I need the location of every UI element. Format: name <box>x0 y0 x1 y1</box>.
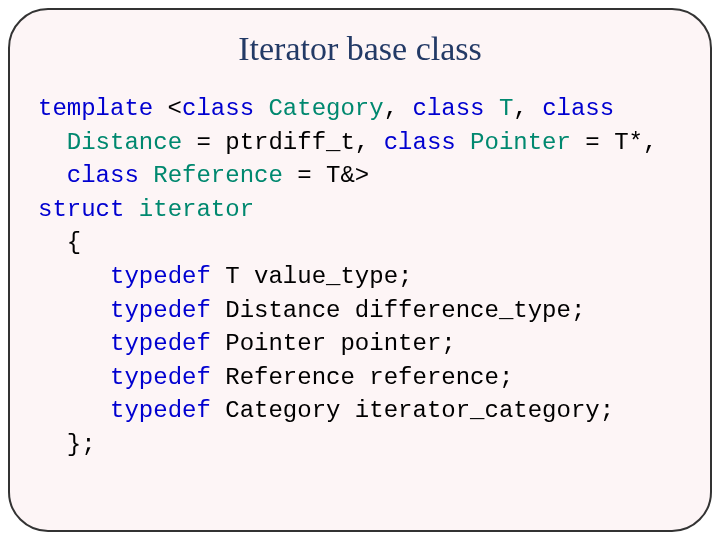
type-category: Category <box>268 95 383 122</box>
sym: , <box>513 95 542 122</box>
kw-struct: struct <box>38 196 124 223</box>
type-distance: Distance <box>67 129 182 156</box>
typedef-line: T value_type; <box>211 263 413 290</box>
type-pointer: Pointer <box>470 129 571 156</box>
kw-class: class <box>412 95 484 122</box>
kw-typedef: typedef <box>110 364 211 391</box>
kw-class: class <box>182 95 254 122</box>
sym: , <box>384 95 413 122</box>
typedef-line: Category iterator_category; <box>211 397 614 424</box>
slide-frame: Iterator base class template <class Cate… <box>8 8 712 532</box>
typedef-line: Distance difference_type; <box>211 297 585 324</box>
kw-typedef: typedef <box>110 330 211 357</box>
type-reference: Reference <box>153 162 283 189</box>
code-block: template <class Category, class T, class… <box>38 92 682 462</box>
kw-class: class <box>384 129 456 156</box>
typedef-line: Reference reference; <box>211 364 513 391</box>
kw-class: class <box>67 162 139 189</box>
open-brace: { <box>67 229 81 256</box>
typedef-line: Pointer pointer; <box>211 330 456 357</box>
kw-template: template <box>38 95 153 122</box>
type-iterator: iterator <box>139 196 254 223</box>
kw-class: class <box>542 95 614 122</box>
slide-title: Iterator base class <box>38 30 682 68</box>
sym: = T*, <box>571 129 672 156</box>
kw-typedef: typedef <box>110 297 211 324</box>
close-brace: }; <box>67 431 96 458</box>
sym: = T&> <box>283 162 369 189</box>
kw-typedef: typedef <box>110 263 211 290</box>
type-t: T <box>499 95 513 122</box>
kw-typedef: typedef <box>110 397 211 424</box>
sym: = ptrdiff_t, <box>182 129 384 156</box>
